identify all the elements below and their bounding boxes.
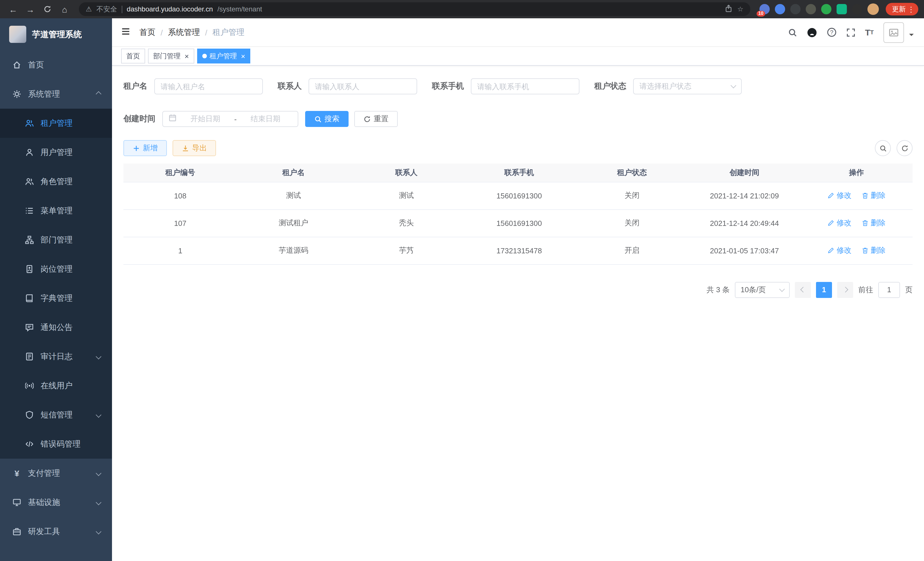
close-icon[interactable]: × (241, 52, 245, 60)
sidebar-item-label: 通知公告 (40, 322, 73, 332)
search-button-label: 搜索 (325, 114, 339, 124)
edit-link[interactable]: 修改 (827, 218, 851, 228)
top-navbar: 首页 / 系统管理 / 租户管理 ? (112, 18, 924, 46)
sidebar-group-system[interactable]: 系统管理 (0, 80, 112, 109)
extension-icon-4[interactable] (806, 4, 816, 14)
sidebar-group-payment[interactable]: ¥ 支付管理 (0, 459, 112, 488)
search-button[interactable]: 搜索 (305, 111, 349, 127)
app-logo[interactable]: 芋道管理系统 (0, 18, 112, 50)
sidebar-group-audit-log[interactable]: 审计日志 (0, 342, 112, 371)
browser-back-icon[interactable]: ← (6, 2, 21, 17)
breadcrumb-home[interactable]: 首页 (140, 27, 155, 38)
phone-input[interactable] (471, 78, 579, 94)
breadcrumb-system[interactable]: 系统管理 (168, 27, 200, 38)
extension-icon-1[interactable]: 10 (759, 4, 770, 14)
browser-profile-avatar[interactable] (867, 3, 879, 15)
sidebar-item-dept-management[interactable]: 部门管理 (0, 225, 112, 254)
sidebar-item-role-management[interactable]: 角色管理 (0, 167, 112, 196)
omnibox-divider (122, 5, 122, 13)
toolbox-icon (13, 527, 21, 536)
sidebar-item-dict-management[interactable]: 字典管理 (0, 284, 112, 313)
close-icon[interactable]: × (184, 52, 189, 60)
extension-icon-5[interactable] (821, 4, 831, 14)
tab-tenant-management[interactable]: 租户管理 × (197, 49, 250, 63)
sidebar-item-label: 系统管理 (28, 89, 60, 99)
sidebar-item-home[interactable]: 首页 (0, 50, 112, 80)
sidebar-item-user-management[interactable]: 用户管理 (0, 138, 112, 167)
browser-update-button[interactable]: 更新 ⋮ (886, 3, 918, 15)
hamburger-icon[interactable] (112, 27, 135, 38)
sidebar-item-online-users[interactable]: 在线用户 (0, 371, 112, 400)
jump-page-input[interactable] (878, 282, 900, 298)
prev-page-button[interactable] (795, 282, 811, 298)
sidebar-item-label: 用户管理 (40, 147, 73, 158)
extension-icon-2[interactable] (775, 4, 785, 14)
extension-icon-3[interactable] (790, 4, 801, 14)
column-header: 联系手机 (463, 164, 576, 182)
table-row: 108 测试 测试 15601691300 关闭 2021-12-14 21:0… (123, 182, 913, 209)
bookmark-star-icon[interactable]: ☆ (737, 5, 743, 13)
tab-dept-management[interactable]: 部门管理 × (148, 49, 194, 63)
sidebar-group-infrastructure[interactable]: 基础设施 (0, 488, 112, 517)
help-icon[interactable]: ? (826, 27, 836, 37)
header-search-icon[interactable] (788, 28, 797, 37)
reset-button[interactable]: 重置 (354, 111, 398, 127)
delete-link[interactable]: 删除 (861, 245, 885, 256)
sidebar-item-label: 菜单管理 (40, 206, 73, 216)
menu-list-icon (25, 206, 34, 215)
column-header: 租户状态 (576, 164, 688, 182)
browser-forward-icon[interactable]: → (23, 2, 38, 17)
column-header: 租户名 (237, 164, 350, 182)
share-icon[interactable] (724, 4, 733, 14)
edit-link-label: 修改 (837, 218, 851, 228)
avatar-caret-icon[interactable] (909, 33, 914, 38)
tab-home[interactable]: 首页 (121, 49, 145, 63)
fullscreen-icon[interactable] (846, 28, 855, 37)
sidebar-item-menu-management[interactable]: 菜单管理 (0, 196, 112, 225)
browser-menu-icon[interactable]: ⋮ (908, 5, 915, 14)
sidebar-item-notice[interactable]: 通知公告 (0, 313, 112, 342)
status-select[interactable]: 请选择租户状态 (633, 78, 742, 94)
jump-prefix-label: 前往 (858, 284, 873, 295)
browser-reload-icon[interactable] (40, 2, 55, 17)
export-button[interactable]: 导出 (172, 140, 216, 156)
sidebar-item-tenant-management[interactable]: 租户管理 (0, 109, 112, 138)
date-end-placeholder: 结束日期 (239, 114, 292, 124)
delete-link-label: 删除 (871, 218, 885, 228)
edit-link[interactable]: 修改 (827, 245, 851, 256)
address-bar[interactable]: ⚠ 不安全 dashboard.yudao.iocoder.cn /system… (79, 2, 750, 16)
extension-icon-7[interactable] (852, 4, 862, 14)
page-size-select[interactable]: 10条/页 (735, 282, 790, 298)
breadcrumb-separator: / (205, 28, 207, 37)
cell-status: 开启 (576, 237, 688, 264)
next-page-button[interactable] (837, 282, 853, 298)
pagination: 共 3 条 10条/页 1 前往 页 (123, 282, 913, 298)
font-size-icon[interactable]: TT (865, 27, 874, 37)
current-page-button[interactable]: 1 (816, 282, 832, 298)
add-button[interactable]: 新增 (123, 140, 167, 156)
date-range-picker[interactable]: 开始日期 - 结束日期 (162, 111, 298, 127)
chevron-down-icon (96, 529, 101, 534)
column-header: 联系人 (350, 164, 463, 182)
edit-link-label: 修改 (837, 245, 851, 256)
tenant-name-input[interactable] (154, 78, 263, 94)
github-icon[interactable] (807, 27, 817, 38)
chevron-up-icon (96, 91, 101, 97)
toggle-search-button[interactable] (875, 140, 891, 156)
delete-link[interactable]: 删除 (861, 218, 885, 228)
sidebar-group-sms-management[interactable]: 短信管理 (0, 400, 112, 429)
contact-input[interactable] (309, 78, 417, 94)
extension-icon-6[interactable] (837, 4, 847, 14)
sidebar-item-label: 基础设施 (28, 497, 60, 508)
sidebar-item-post-management[interactable]: 岗位管理 (0, 254, 112, 284)
edit-link[interactable]: 修改 (827, 190, 851, 201)
role-icon (25, 177, 34, 186)
sidebar-item-label: 在线用户 (40, 381, 73, 391)
sidebar-group-dev-tools[interactable]: 研发工具 (0, 517, 112, 546)
delete-link[interactable]: 删除 (861, 190, 885, 201)
sidebar-item-error-code-management[interactable]: 错误码管理 (0, 429, 112, 459)
sidebar-item-label: 错误码管理 (40, 439, 81, 449)
user-avatar[interactable] (884, 22, 904, 43)
browser-home-icon[interactable]: ⌂ (57, 2, 72, 17)
refresh-button[interactable] (897, 140, 913, 156)
